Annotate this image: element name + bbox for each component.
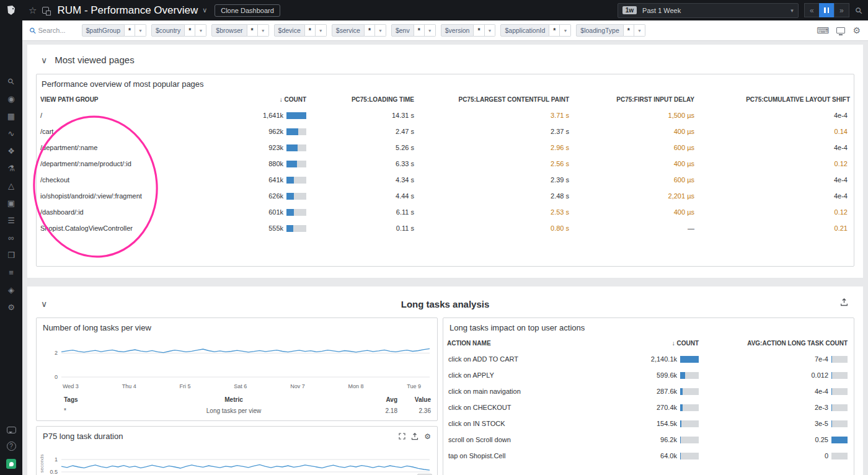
title-chevron-down-icon[interactable]: ∨: [202, 6, 207, 14]
chevron-down-icon: ▼: [316, 24, 327, 37]
clone-dashboard-button[interactable]: Clone Dashboard: [215, 4, 280, 17]
table-header-row: VIEW PATH GROUP ↓ COUNT PC75:LOADING TIM…: [37, 94, 854, 107]
table-row[interactable]: click on APPLY599.6k0.012: [443, 367, 854, 383]
loading-time-cell: 2.47 s: [306, 128, 418, 135]
long-tasks-impact-widget: Long tasks impact on top user actions AC…: [443, 317, 854, 475]
search-box[interactable]: ⚲: [30, 26, 74, 35]
count-cell: 880k: [229, 160, 306, 167]
time-forward-button[interactable]: »: [834, 3, 849, 17]
security-icon[interactable]: ◈: [7, 281, 15, 298]
column-view-path-group[interactable]: VIEW PATH GROUP: [37, 94, 229, 107]
legend-row[interactable]: * Long tasks per view 2.18 2.36: [37, 406, 437, 420]
chat-icon[interactable]: [7, 427, 16, 433]
view-path-cell: /department/:name: [37, 144, 229, 151]
zoom-out-icon[interactable]: ⚲: [853, 4, 865, 16]
infrastructure-icon[interactable]: ▣: [7, 194, 15, 211]
monitors-icon[interactable]: ☰: [7, 211, 15, 229]
table-row[interactable]: /dashboard/:id601k6.11 s2.53 s400 µs0.12: [37, 204, 854, 220]
cls-cell: 4e-4: [698, 144, 854, 151]
export-icon[interactable]: [411, 433, 418, 440]
template-variable-browser[interactable]: $browser*▼: [211, 24, 268, 37]
synthetics-icon[interactable]: △: [7, 177, 15, 194]
metrics-icon[interactable]: ∿: [7, 125, 15, 142]
table-row[interactable]: tap on Shopist.Cell64.0k0: [443, 448, 854, 464]
widget-title: Long tasks impact on top user actions: [443, 318, 854, 337]
template-variable-country[interactable]: $country*▼: [151, 24, 206, 37]
export-icon[interactable]: [840, 298, 848, 309]
lcp-cell: 2.53 s: [418, 208, 573, 216]
keyboard-shortcuts-icon[interactable]: ⌨: [817, 25, 829, 35]
column-cls[interactable]: PC75:CUMULATIVE LAYOUT SHIFT: [698, 94, 854, 107]
table-row[interactable]: click on IN STOCK154.5k3e-5: [443, 415, 854, 432]
table-row[interactable]: click on CHECKOUT270.4k2e-3: [443, 399, 854, 415]
column-avg-long-task-count[interactable]: AVG:ACTION LONG TASK COUNT: [699, 337, 854, 351]
template-variable-version[interactable]: $version*▼: [441, 24, 496, 37]
column-action-name[interactable]: ACTION NAME: [443, 337, 590, 351]
apm-icon[interactable]: ⚗: [7, 159, 15, 177]
fid-cell: —: [573, 224, 698, 232]
datadog-logo[interactable]: [0, 0, 22, 20]
column-count[interactable]: ↓ COUNT: [229, 94, 306, 107]
network-icon[interactable]: ❖: [7, 142, 15, 159]
widget-icons: ⚙: [399, 432, 431, 441]
column-loading-time[interactable]: PC75:LOADING TIME: [306, 94, 418, 107]
integrations-icon[interactable]: ∞: [7, 229, 15, 246]
table-row[interactable]: /checkout641k4.34 s2.39 s600 µs4e-4: [37, 172, 854, 188]
variable-label: $country: [151, 24, 185, 37]
count-cell: 1,641k: [229, 112, 306, 119]
time-range-selector[interactable]: 1w Past 1 Week ▾: [618, 3, 799, 18]
time-backward-button[interactable]: «: [804, 3, 820, 17]
notebooks-icon[interactable]: ❒: [7, 246, 15, 264]
expand-icon[interactable]: [399, 433, 405, 440]
loading-time-cell: 6.33 s: [306, 160, 418, 167]
time-range-badge: 1w: [622, 6, 637, 14]
table-row[interactable]: io/shopist/android/:view/:fragment626k4.…: [37, 188, 854, 204]
line-chart[interactable]: 02: [37, 337, 437, 383]
search-icon[interactable]: ⚲: [7, 73, 15, 90]
action-name-cell: click on APPLY: [443, 371, 590, 379]
gear-icon[interactable]: ⚙: [424, 432, 431, 441]
table-row[interactable]: Shopist.CatalogViewController555k0.11 s0…: [37, 220, 854, 236]
table-row[interactable]: /department/:name/product/:id880k6.33 s2…: [37, 156, 854, 172]
table-row[interactable]: /cart962k2.47 s2.37 s400 µs0.14: [37, 123, 854, 140]
table-row[interactable]: /1,641k14.31 s3.71 s1,500 µs4e-4: [37, 107, 854, 123]
column-lcp[interactable]: PC75:LARGEST CONTENTFUL PAINT: [418, 94, 573, 107]
line-chart[interactable]: seconds 0.51: [37, 446, 437, 475]
favorite-star-icon[interactable]: ☆: [29, 5, 37, 16]
template-variable-pathGroup[interactable]: $pathGroup*▼: [82, 24, 147, 37]
search-input[interactable]: [38, 27, 74, 34]
settings-icon[interactable]: ⚙: [7, 298, 15, 316]
template-variable-env[interactable]: $env*▼: [391, 24, 436, 37]
loading-time-cell: 0.11 s: [306, 224, 418, 232]
watchdog-icon[interactable]: ◉: [7, 90, 15, 107]
template-variable-applicationId[interactable]: $applicationId*▼: [500, 24, 571, 37]
pause-button[interactable]: [819, 3, 835, 17]
column-fid[interactable]: PC75:FIRST INPUT DELAY: [573, 94, 698, 107]
variable-label: $browser: [211, 24, 247, 37]
performance-table-card: Performance overview of most popular pag…: [36, 74, 854, 267]
tv-mode-icon[interactable]: [836, 27, 845, 33]
collapse-chevron-icon[interactable]: ∨: [41, 299, 47, 309]
variable-value: *: [549, 24, 560, 37]
template-variable-loadingType[interactable]: $loadingType*▼: [576, 24, 645, 37]
legend-col-metric: Metric: [107, 394, 360, 405]
collapse-chevron-icon[interactable]: ∨: [41, 55, 47, 65]
table-row[interactable]: /department/:name923k5.26 s2.96 s600 µs4…: [37, 140, 854, 156]
logs-icon[interactable]: ≡: [7, 264, 15, 281]
template-variable-device[interactable]: $device*▼: [274, 24, 327, 37]
table-row[interactable]: click on ADD TO CART2,140.1k7e-4: [443, 351, 854, 367]
help-icon[interactable]: ?: [7, 442, 16, 451]
variable-label: $service: [332, 24, 365, 37]
lcp-cell: 2.56 s: [418, 160, 573, 167]
dashboard-title: RUM - Performance Overview: [57, 4, 198, 17]
dashboards-icon[interactable]: ▦: [7, 107, 15, 125]
template-variable-service[interactable]: $service*▼: [332, 24, 386, 37]
legend-col-value: Value: [397, 394, 431, 405]
table-row[interactable]: click on main navigation287.6k4e-4: [443, 383, 854, 399]
table-row[interactable]: scroll on Scroll down96.2k0.25: [443, 432, 854, 448]
settings-gear-icon[interactable]: ⚙: [852, 25, 861, 35]
datadog-green-icon[interactable]: [6, 459, 16, 469]
column-count[interactable]: ↓ COUNT: [590, 337, 699, 351]
variable-value: *: [414, 24, 425, 37]
datadog-logo-glyph: [5, 4, 17, 17]
